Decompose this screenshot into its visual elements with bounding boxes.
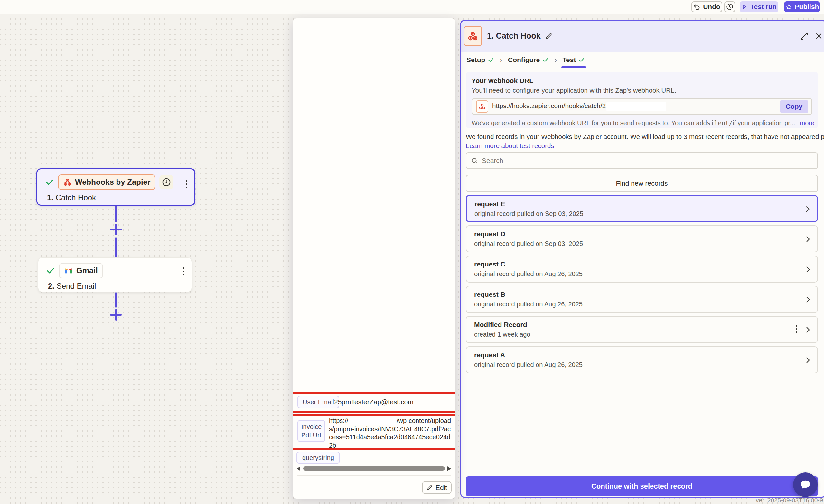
chevron-right-icon xyxy=(804,265,812,274)
record-title: request A xyxy=(474,351,505,359)
record-subtitle: original record pulled on Aug 26, 2025 xyxy=(474,301,583,308)
help-chat-button[interactable] xyxy=(793,473,818,497)
field-label-invoice-pdf-url: Invoice Pdf Url xyxy=(297,420,325,442)
record-subtitle: original record pulled on Sep 03, 2025 xyxy=(474,240,583,247)
search-icon xyxy=(471,157,478,164)
star-icon xyxy=(785,4,792,10)
records-list: request E original record pulled on Sep … xyxy=(466,195,818,377)
edit-button[interactable]: Edit xyxy=(422,481,451,494)
check-icon xyxy=(579,57,585,63)
record-row[interactable]: Modified Record created 1 week ago xyxy=(466,316,818,343)
redacted-domain xyxy=(348,418,397,424)
record-subtitle: created 1 week ago xyxy=(474,331,530,338)
instant-trigger-icon xyxy=(159,175,174,189)
play-icon xyxy=(741,4,748,10)
publish-button[interactable]: Publish xyxy=(784,1,820,12)
record-title: request E xyxy=(475,200,505,208)
record-row[interactable]: request A original record pulled on Aug … xyxy=(466,346,818,373)
pencil-icon xyxy=(426,484,433,491)
check-icon xyxy=(488,57,494,63)
expand-panel-button[interactable] xyxy=(799,30,810,41)
record-row[interactable]: request D original record pulled on Sep … xyxy=(466,225,818,252)
record-row[interactable]: request E original record pulled on Sep … xyxy=(466,195,818,222)
webhook-icon xyxy=(468,30,478,41)
test-run-label: Test run xyxy=(750,3,777,11)
add-step-button[interactable] xyxy=(110,309,122,320)
chevron-right-icon xyxy=(803,205,812,213)
querystring-pill: querystring xyxy=(296,451,340,464)
check-icon xyxy=(542,57,549,63)
horizontal-scrollbar[interactable] xyxy=(293,466,455,472)
top-toolbar: Undo Test run Publish xyxy=(0,0,824,14)
chevron-right-icon xyxy=(804,295,812,304)
add-step-button[interactable] xyxy=(110,224,122,235)
record-title: request B xyxy=(474,291,505,298)
app-pill-label: Webhooks by Zapier xyxy=(75,178,150,187)
redacted-url-part xyxy=(606,102,666,111)
gmail-icon xyxy=(64,266,73,275)
undo-button[interactable]: Undo xyxy=(691,1,722,12)
continue-with-selected-record-button[interactable]: Continue with selected record xyxy=(466,476,818,496)
search-box[interactable] xyxy=(466,152,818,169)
speech-bubble-icon xyxy=(799,478,812,491)
step-success-check-icon xyxy=(46,266,55,275)
scroll-left-arrow[interactable] xyxy=(297,466,300,471)
close-panel-button[interactable] xyxy=(813,30,824,41)
record-subtitle: original record pulled on Aug 26, 2025 xyxy=(474,270,583,278)
undo-label: Undo xyxy=(703,3,720,11)
webhook-note: We've generated a custom webhook URL for… xyxy=(472,119,812,127)
record-title: request D xyxy=(474,230,505,238)
node-menu-kebab-icon[interactable] xyxy=(186,180,187,188)
records-intro: We found records in your Webhooks by Zap… xyxy=(466,133,820,149)
connector-line xyxy=(115,237,116,257)
step-title: 2. Send Email xyxy=(48,282,96,291)
tab-configure[interactable]: Configure xyxy=(507,54,549,66)
node-menu-kebab-icon[interactable] xyxy=(183,268,185,276)
record-subtitle: original record pulled on Aug 26, 2025 xyxy=(474,361,583,369)
step-title: 1. Catch Hook xyxy=(47,193,96,202)
copy-button[interactable]: Copy xyxy=(780,100,808,113)
webhook-icon xyxy=(63,178,72,187)
undo-icon xyxy=(693,3,700,10)
record-title: Modified Record xyxy=(474,321,527,329)
more-link[interactable]: more xyxy=(800,119,815,127)
record-title: request C xyxy=(474,261,505,268)
record-row[interactable]: request B original record pulled on Aug … xyxy=(466,286,818,313)
scroll-right-arrow[interactable] xyxy=(447,466,451,471)
app-pill-webhooks[interactable]: Webhooks by Zapier xyxy=(58,175,156,190)
step-success-check-icon xyxy=(45,178,54,187)
record-row[interactable]: request C original record pulled on Aug … xyxy=(466,256,818,283)
connector-line xyxy=(115,292,116,308)
webhook-url-card: Your webhook URL You'll need to configur… xyxy=(466,72,818,128)
divider xyxy=(297,475,451,476)
scrollbar-thumb[interactable] xyxy=(303,466,445,471)
record-menu-kebab-icon[interactable] xyxy=(796,325,797,333)
webhook-icon xyxy=(476,100,488,113)
webhooks-app-icon-tile xyxy=(464,26,482,46)
publish-label: Publish xyxy=(795,3,819,11)
record-subtitle: original record pulled on Sep 03, 2025 xyxy=(475,210,583,218)
learn-more-link[interactable]: Learn more about test records xyxy=(466,142,554,149)
panel-header: 1. Catch Hook xyxy=(461,21,824,52)
record-fields-popup: User Email 25pmTesterZap@test.com Invoic… xyxy=(293,18,455,499)
field-label-user-email: User Email xyxy=(297,396,339,408)
field-value-invoice-pdf-url: https:///wp-content/uploads/pmpro-invoic… xyxy=(329,417,452,449)
edit-label: Edit xyxy=(435,484,447,491)
chevron-right-icon xyxy=(804,356,812,364)
tab-setup[interactable]: Setup xyxy=(466,54,495,66)
step-node-send-email[interactable]: Gmail 2. Send Email xyxy=(38,258,192,292)
search-input[interactable] xyxy=(482,157,813,165)
connector-line xyxy=(115,206,116,222)
test-run-button[interactable]: Test run xyxy=(740,1,778,12)
tab-test[interactable]: Test xyxy=(562,54,586,66)
webhook-url-field[interactable]: https://hooks.zapier.com/hooks/catch/2 C… xyxy=(472,98,812,115)
step-node-catch-hook[interactable]: Webhooks by Zapier 1. Catch Hook xyxy=(36,168,195,206)
chevron-right-icon: › xyxy=(554,56,557,64)
panel-title: 1. Catch Hook xyxy=(487,31,552,40)
rename-pencil-icon[interactable] xyxy=(545,32,552,39)
zap-history-button[interactable] xyxy=(724,1,735,12)
chevron-right-icon: › xyxy=(500,56,502,64)
timer-icon xyxy=(726,3,734,11)
find-new-records-button[interactable]: Find new records xyxy=(466,175,818,192)
app-pill-gmail[interactable]: Gmail xyxy=(59,263,103,278)
